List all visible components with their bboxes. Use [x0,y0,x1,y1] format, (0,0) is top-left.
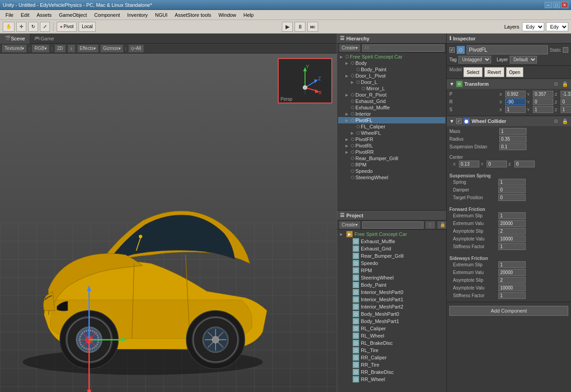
hierarchy-item-rear_bumper_grill[interactable]: ⬡ Rear_Bumper_Grill [338,155,445,162]
center-z-input[interactable] [514,161,535,167]
layer-select[interactable]: Default [510,56,537,64]
scene-view[interactable]: Y Z X [0,54,337,392]
project-item-interior_meshpart2[interactable]: ⬡Interior_MeshPart2 [338,303,445,310]
move-tool-button[interactable]: ✛ [16,22,26,32]
rgb-dropdown[interactable]: RGB ▾ [32,44,49,53]
menu-gameobject[interactable]: GameObject [55,10,91,20]
hierarchy-item-interior[interactable]: ▶⬡ Interior [338,111,445,117]
project-item-rr_tire[interactable]: ⬡RR_Tire [338,361,445,368]
hierarchy-item-pivotrl[interactable]: ▶⬡ PivotRL [338,142,445,149]
fw-extremum-value-input[interactable] [498,220,526,227]
menu-help[interactable]: Help [240,10,257,20]
project-options-button[interactable]: ⋮ [425,221,435,229]
project-item-rl_wheel[interactable]: ⬡RL_Wheel [338,332,445,339]
hierarchy-item-door_l_pivot[interactable]: ▶⬡ Door_L_Pivot [338,73,445,79]
sw-stiffness-input[interactable] [498,292,526,299]
scale-tool-button[interactable]: ⤢ [40,22,50,32]
audio-button[interactable]: ♪ [68,44,75,53]
2d-button[interactable]: 2D [54,44,66,53]
scale-y-input[interactable] [533,106,553,113]
gizmos-dropdown[interactable]: Gizmos ▾ [100,44,123,53]
obj-name-input[interactable] [467,45,548,54]
hierarchy-item-exhaust_muffle[interactable]: ⬡ Exhaust_Muffle [338,104,445,111]
project-item-rl_brakedisc[interactable]: ⬡RL_BrakeDisc [338,339,445,347]
tag-select[interactable]: Untagged [458,56,491,64]
menu-window[interactable]: Window [215,10,240,20]
menu-file[interactable]: File [2,10,17,20]
hierarchy-item-fl_caliper[interactable]: ⬡ FL_Caliper [338,123,445,130]
menu-edit[interactable]: Edit [17,10,33,20]
close-button[interactable]: ✕ [561,2,568,8]
step-button[interactable]: ⏭ [307,22,318,32]
project-item-body_meshpart0[interactable]: ⬡Body_MeshPart0 [338,310,445,318]
hierarchy-item-pivotfl[interactable]: ▶⬡ PivotFL [338,117,445,123]
hierarchy-item-door_l[interactable]: ▶⬡ Door_L [338,79,445,85]
layers-select[interactable]: Edy [522,22,544,31]
wheel-collider-lock-icon[interactable]: 🔒 [562,118,568,124]
textured-dropdown[interactable]: Textured ▾ [2,44,27,53]
menu-assetstore[interactable]: AssetStore tools [171,10,215,20]
project-item-rl_caliper[interactable]: ⬡RL_Caliper [338,325,445,332]
mass-input[interactable] [499,128,527,135]
fw-asymptote-slip-input[interactable] [498,228,526,235]
hierarchy-item-body[interactable]: ▶⬡ Body [338,60,445,66]
sw-asymptote-slip-input[interactable] [498,277,526,284]
damper-input[interactable] [498,186,526,193]
suspension-dist-input[interactable] [499,143,527,150]
transform-header[interactable]: ▼ ⟲ Transform ⚙ 🔒 [447,79,571,89]
project-item-rr_brakedisc[interactable]: ⬡RR_BrakeDisc [338,368,445,376]
maximize-button[interactable]: □ [553,2,560,8]
fw-stiffness-input[interactable] [498,243,526,250]
pivot-button[interactable]: ● Pivot [57,22,77,32]
tab-scene[interactable]: 🎬 Scene [0,34,30,44]
hierarchy-item-pivotrr[interactable]: ▶⬡ PivotRR [338,149,445,155]
menu-component[interactable]: Component [90,10,123,20]
hierarchy-item-door_r_pivot[interactable]: ▶⬡ Door_R_Pivot [338,92,445,98]
hierarchy-item-exhaust_grid[interactable]: ⬡ Exhaust_Grid [338,98,445,104]
project-search-input[interactable] [362,221,423,229]
position-y-input[interactable] [533,91,553,98]
local-button[interactable]: Local [79,22,96,32]
target-position-input[interactable] [498,194,526,201]
tab-game[interactable]: 🎮 Game [30,34,59,44]
hierarchy-item-rpm[interactable]: ⬡ RPM [338,162,445,168]
sw-extremum-slip-input[interactable] [498,261,526,268]
fw-asymptote-value-input[interactable] [498,235,526,242]
center-y-input[interactable] [487,161,507,167]
sw-asymptote-value-input[interactable] [498,284,526,291]
menu-assets[interactable]: Assets [33,10,55,20]
model-open-button[interactable]: Open [506,67,523,77]
hierarchy-search-input[interactable] [362,44,444,52]
center-x-input[interactable] [459,161,479,167]
wheel-collider-active-checkbox[interactable]: ✓ [456,118,462,124]
project-create-button[interactable]: Create ▾ [339,221,360,229]
minimize-button[interactable]: ─ [545,2,552,8]
pause-button[interactable]: ⏸ [295,22,305,32]
project-item-interior_meshpart0[interactable]: ⬡Interior_MeshPart0 [338,289,445,296]
position-x-input[interactable] [505,91,526,98]
project-item-rl_tire[interactable]: ⬡RL_Tire [338,347,445,354]
transform-settings-icon[interactable]: ⚙ [554,81,558,87]
project-item-free_spirit_concept_car[interactable]: ▶▶Free Spirit Concept Car [338,230,445,238]
project-item-rear_bumper_grill[interactable]: ⬡Rear_Bumper_Grill [338,252,445,260]
project-item-interior_meshpart1[interactable]: ⬡Interior_MeshPart1 [338,296,445,303]
project-item-exhaust_muffle[interactable]: ⬡Exhaust_Muffle [338,238,445,245]
project-item-body_paint[interactable]: ⬡Body_Paint [338,281,445,289]
project-item-rpm[interactable]: ⬡RPM [338,267,445,274]
hierarchy-item-free_spirit_concept_car[interactable]: ▶⬡ Free Spirit Concept Car [338,54,445,60]
effects-dropdown[interactable]: Effects ▾ [77,44,98,53]
model-select-button[interactable]: Select [463,67,482,77]
wheel-collider-settings-icon[interactable]: ⚙ [554,118,558,124]
wheel-collider-header[interactable]: ▼ ✓ ⬤ Wheel Collider ⚙ 🔒 [447,116,571,126]
rotation-x-input[interactable] [505,98,526,105]
menu-ngui[interactable]: NGUI [152,10,172,20]
add-component-button[interactable]: Add Component [449,306,568,316]
project-item-exhaust_grid[interactable]: ⬡Exhaust_Grid [338,245,445,252]
fw-extremum-slip-input[interactable] [498,212,526,219]
project-item-speedo[interactable]: ⬡Speedo [338,260,445,267]
rotate-tool-button[interactable]: ↻ [28,22,38,32]
layout-select[interactable]: Edy [546,22,568,31]
sw-extremum-value-input[interactable] [498,269,526,276]
active-checkbox[interactable]: ✓ [449,47,455,53]
play-button[interactable]: ▶ [282,22,293,32]
